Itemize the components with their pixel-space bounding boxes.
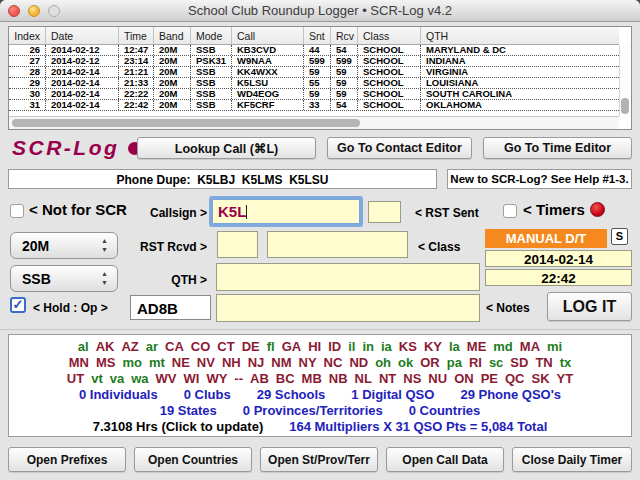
open-st-prov-terr-button[interactable]: Open St/Prov/Terr [260,447,378,472]
qth-label: QTH > [137,273,207,287]
mult-abbrev: WY [206,371,227,386]
mult-abbrev: BC [276,371,295,386]
stepper-arrows-icon: ▲▼ [101,236,108,254]
table-row[interactable]: 302014-02-1422:2220MSSBWD4EOG5959SCHOOLS… [9,89,619,100]
text-caret [246,205,247,219]
schools-count: 29 Schools [257,387,326,402]
window-title: School Club Roundup Logger • SCR-Log v4.… [0,3,640,18]
mult-abbrev: fl [267,339,275,354]
mult-abbrev: mi [547,339,562,354]
mult-abbrev: il [348,339,355,354]
rst-rcvd-label: RST Rcvd > [137,240,207,254]
class-label: < Class [418,240,460,254]
mult-abbrev: CO [191,339,211,354]
mult-abbrev: ar [146,339,158,354]
mult-abbrev: oh [375,355,391,370]
app-window: School Club Roundup Logger • SCR-Log v4.… [0,0,640,480]
hours-counter[interactable]: 7.3108 Hrs (Click to update) [93,419,264,434]
column-header[interactable]: Class [358,27,421,44]
column-header[interactable]: Mode [191,27,232,44]
mult-abbrev: wa [131,371,148,386]
manual-dt-button[interactable]: MANUAL D/T [485,229,607,248]
vertical-scrollbar[interactable] [619,45,631,116]
mult-abbrev: ON [454,371,474,386]
timers-label: < Timers [523,201,585,218]
mult-abbrev: la [449,339,460,354]
time-field[interactable]: 22:42 [485,269,632,286]
timers-checkbox[interactable] [503,204,517,218]
column-header[interactable]: Date [46,27,119,44]
callsign-input[interactable]: K5L [212,199,360,224]
score-line: 7.3108 Hrs (Click to update)164 Multipli… [9,419,631,435]
mult-counts-line: 19 States0 Provinces/Territories0 Countr… [9,403,631,419]
mult-abbrev: va [110,371,124,386]
not-for-scr-checkbox[interactable] [10,204,24,218]
mult-abbrev: NU [428,371,447,386]
lookup-call-button[interactable]: Lookup Call (⌘L) [137,137,316,159]
column-header[interactable]: QTH [421,27,619,44]
mult-abbrev: mt [149,355,165,370]
vertical-scrollbar-thumb[interactable] [621,98,629,114]
qth-input[interactable] [216,263,480,291]
mult-abbrev: UT [67,371,84,386]
open-prefixes-button[interactable]: Open Prefixes [8,447,126,472]
log-it-button[interactable]: LOG IT [547,292,632,321]
horizontal-scrollbar-thumb[interactable] [12,119,360,127]
mult-abbrev: NJ [248,355,265,370]
mult-abbrev: CT [217,339,234,354]
contact-editor-button[interactable]: Go To Contact Editor [327,137,472,159]
mult-abbrev: ME [467,339,487,354]
help-note[interactable]: New to SCR-Log? See Help #1-3. [447,169,632,189]
digital-qso-count: 1 Digital QSO [351,387,434,402]
column-header[interactable]: Snt [304,27,331,44]
operator-input[interactable]: AD8B [130,295,211,320]
mult-abbrev: NC [324,355,343,370]
class-input[interactable] [267,231,408,258]
mult-abbrev: NL [355,371,372,386]
table-row[interactable]: 292014-02-1421:3320MSSBK5LSU5559SCHOOLLO… [9,78,619,89]
date-field[interactable]: 2014-02-14 [485,250,632,267]
total-score: 164 Multipliers X 31 QSO Pts = 5,084 Tot… [289,419,547,434]
time-editor-button[interactable]: Go To Time Editor [483,137,632,159]
mult-abbrev: NB [329,371,348,386]
close-daily-timer-button[interactable]: Close Daily Timer [512,447,632,472]
column-header[interactable]: Call [232,27,304,44]
log-table: IndexDateTimeBandModeCallSntRcvClassQTH … [8,26,632,130]
mode-select[interactable]: SSB▲▼ [10,265,118,292]
mult-abbrev: OR [420,355,440,370]
mult-abbrev: al [78,339,89,354]
mult-abbrev: KY [424,339,442,354]
table-row[interactable]: 262014-02-1212:4720MSSBKB3CVD4454SCHOOLM… [9,45,619,56]
column-header[interactable]: Index [9,27,46,44]
mult-abbrev: NM [271,355,291,370]
individuals-count: 0 Individuals [79,387,158,402]
horizontal-scrollbar[interactable] [9,116,619,129]
callsign-label: Callsign > [137,206,207,220]
table-row[interactable]: 272014-02-1223:1420MPSK31W9NAA599599SCHO… [9,56,619,67]
notes-input[interactable] [216,294,480,322]
column-header[interactable]: Rcv [331,27,358,44]
mult-abbrev: AK [96,339,115,354]
open-call-data-button[interactable]: Open Call Data [386,447,504,472]
open-countries-button[interactable]: Open Countries [134,447,252,472]
timer-led-indicator [590,202,605,217]
provinces-count: 0 Provinces/Territories [243,403,383,418]
column-header[interactable]: Time [119,27,154,44]
mult-abbrev: SK [531,371,549,386]
table-row[interactable]: 312014-02-1422:4220MSSBKF5CRF3354SCHOOLO… [9,100,619,111]
band-select[interactable]: 20M▲▼ [10,232,118,259]
s-button[interactable]: S [611,228,628,245]
hold-op-checkbox[interactable]: ✓ [10,297,26,313]
mult-abbrev: HI [308,339,321,354]
rst-sent-input[interactable] [368,201,401,223]
title-bar[interactable]: School Club Roundup Logger • SCR-Log v4.… [0,0,640,22]
table-row[interactable]: 282014-02-1421:2120MSSBKK4WXX5959SCHOOLV… [9,67,619,78]
rst-rcvd-input[interactable] [217,231,258,258]
mult-abbrev: NE [172,355,190,370]
states-count: 19 States [160,403,217,418]
mult-abbrev: ND [349,355,368,370]
mult-line: alAKAZarCACOCTDEflGAHIIDiliniaKSKYlaMEmd… [9,339,631,355]
column-header[interactable]: Band [154,27,191,44]
app-logo: SCR-Log [12,136,141,160]
log-table-body: 262014-02-1212:4720MSSBKB3CVD4454SCHOOLM… [9,45,619,111]
